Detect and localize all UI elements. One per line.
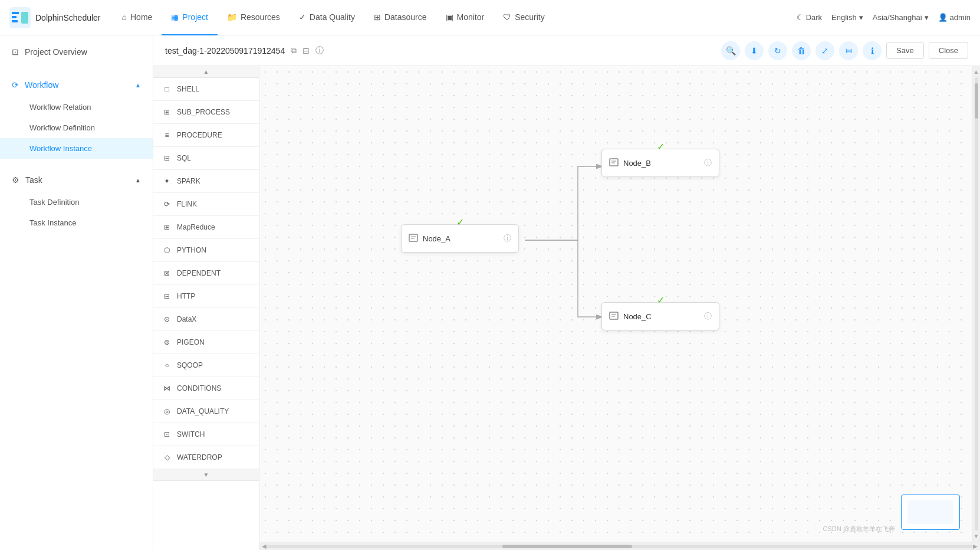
nav-home[interactable]: ⌂ Home [113,0,162,35]
task-item-mapreduce[interactable]: ⊞ MapReduce [153,216,259,239]
sqoop-icon: ○ [162,360,172,371]
task-item-sqoop[interactable]: ○ SQOOP [153,354,259,377]
nav-security[interactable]: 🛡 Security [494,0,554,35]
sidebar-item-task[interactable]: ⚙ Task ▲ [0,168,153,192]
logo[interactable]: DolphinScheduler [9,7,101,28]
toolbar-filter-button[interactable]: ⧦ [839,41,858,60]
http-icon: ⊟ [162,291,172,302]
task-item-python[interactable]: ⬡ PYTHON [153,239,259,262]
toolbar-download-button[interactable]: ⬇ [745,41,764,60]
dag-version-icon[interactable]: ⊟ [302,46,310,55]
sidebar: ⊡ Project Overview ⟳ Workflow ▲ Workflow… [0,35,153,550]
nav-monitor[interactable]: ▣ Monitor [436,0,494,35]
sidebar-item-workflow[interactable]: ⟳ Workflow ▲ [0,73,153,97]
user-menu[interactable]: 👤 admin [938,13,971,22]
resources-icon: 📁 [227,12,237,22]
dag-save-button[interactable]: Save [886,42,924,59]
task-item-waterdrop[interactable]: ◇ WATERDROP [153,446,259,469]
dag-horizontal-scrollbar[interactable]: ◀ ▶ [259,542,980,550]
task-item-shell[interactable]: □ SHELL [153,78,259,101]
task-item-dependent[interactable]: ⊠ DEPENDENT [153,262,259,285]
panel-scroll-up[interactable]: ▲ [153,66,259,78]
vscroll-down-btn[interactable]: ▼ [974,533,979,539]
theme-toggle[interactable]: ☾ Dark [797,13,822,22]
task-item-http[interactable]: ⊟ HTTP [153,285,259,308]
python-icon: ⬡ [162,245,172,256]
data-quality-icon: ✓ [299,12,306,22]
sidebar-item-task-definition[interactable]: Task Definition [0,192,153,212]
toolbar-refresh-button[interactable]: ↻ [768,41,787,60]
timezone-selector[interactable]: Asia/Shanghai ▾ [873,13,929,22]
vscroll-track[interactable] [975,77,978,531]
task-item-spark[interactable]: ✦ SPARK [153,170,259,193]
node-b-success-icon: ✓ [657,141,665,152]
toolbar-delete-button[interactable]: 🗑 [792,41,811,60]
conditions-icon: ⋈ [162,383,172,394]
monitor-icon: ▣ [446,12,453,22]
nav-data-quality[interactable]: ✓ Data Quality [290,0,364,35]
logo-text: DolphinScheduler [35,13,101,22]
node-b[interactable]: ✓ Node_B ⓘ [601,149,719,177]
watermark: CSDN @勇敢羊羊在飞奔 [823,525,895,533]
home-icon: ⌂ [122,12,127,22]
dag-body: ▲ □ SHELL ⊞ SUB_PROCESS ≡ PROCEDURE ⊟ SQ… [153,66,980,550]
dag-close-button[interactable]: Close [929,42,968,59]
node-c-type-icon [609,311,619,322]
minimap-viewport [907,500,953,525]
sidebar-item-workflow-instance[interactable]: Workflow Instance [0,138,153,159]
nav-project[interactable]: ▦ Project [162,0,218,35]
security-icon: 🛡 [503,12,511,22]
dag-title-text: test_dag-1-20220509171912454 [165,46,285,55]
task-item-procedure[interactable]: ≡ PROCEDURE [153,124,259,147]
node-c-success-icon: ✓ [657,294,665,306]
svg-rect-1 [12,12,19,14]
node-b-info-icon[interactable]: ⓘ [704,158,712,168]
node-c-info-icon[interactable]: ⓘ [704,311,712,322]
language-selector[interactable]: English ▾ [831,13,863,22]
dark-icon: ☾ [797,13,804,22]
project-icon: ▦ [171,12,179,22]
panel-scroll-down[interactable]: ▼ [153,469,259,481]
toolbar-fullscreen-button[interactable]: ⤢ [815,41,834,60]
sidebar-item-task-instance[interactable]: Task Instance [0,212,153,233]
task-item-flink[interactable]: ⟳ FLINK [153,193,259,216]
task-item-sql[interactable]: ⊟ SQL [153,147,259,170]
node-a-info-icon[interactable]: ⓘ [504,233,511,244]
hscroll-right-btn[interactable]: ▶ [973,543,978,549]
user-icon: 👤 [938,13,948,22]
task-item-data-quality[interactable]: ◎ DATA_QUALITY [153,400,259,423]
hscroll-thumb[interactable] [502,545,632,548]
task-item-conditions[interactable]: ⋈ CONDITIONS [153,377,259,400]
layout: ⊡ Project Overview ⟳ Workflow ▲ Workflow… [0,35,980,550]
hscroll-track[interactable] [267,545,973,548]
sidebar-item-workflow-relation[interactable]: Workflow Relation [0,97,153,117]
sidebar-item-project-overview[interactable]: ⊡ Project Overview [0,40,153,64]
mapreduce-icon: ⊞ [162,222,172,233]
task-item-subprocess[interactable]: ⊞ SUB_PROCESS [153,101,259,124]
svg-rect-3 [12,20,18,22]
nav-datasource[interactable]: ⊞ Datasource [364,0,436,35]
node-c[interactable]: ✓ Node_C ⓘ [601,302,719,330]
dag-header: test_dag-1-20220509171912454 ⧉ ⊟ ⓘ 🔍 ⬇ ↻… [153,35,980,66]
minimap [901,495,960,530]
sidebar-item-workflow-definition[interactable]: Workflow Definition [0,117,153,138]
dag-copy-icon[interactable]: ⧉ [291,45,297,55]
nav-resources[interactable]: 📁 Resources [218,0,290,35]
task-item-switch[interactable]: ⊡ SWITCH [153,423,259,446]
workflow-chevron-icon: ▲ [135,82,141,89]
hscroll-left-btn[interactable]: ◀ [262,543,267,549]
svg-rect-11 [610,312,618,319]
switch-icon: ⊡ [162,429,172,440]
procedure-icon: ≡ [162,130,172,140]
dag-vertical-scrollbar[interactable]: ▲ ▼ [972,66,980,542]
overview-icon: ⊡ [12,47,19,57]
vscroll-up-btn[interactable]: ▲ [974,68,979,75]
toolbar-search-button[interactable]: 🔍 [721,41,740,60]
task-item-pigeon[interactable]: ⊚ PIGEON [153,331,259,354]
flink-icon: ⟳ [162,199,172,209]
dag-settings-icon[interactable]: ⓘ [315,45,324,56]
vscroll-thumb[interactable] [975,83,978,119]
toolbar-info-button[interactable]: ℹ [863,41,882,60]
node-a[interactable]: ✓ Node_A ⓘ [401,224,519,253]
task-item-datax[interactable]: ⊙ DataX [153,308,259,331]
